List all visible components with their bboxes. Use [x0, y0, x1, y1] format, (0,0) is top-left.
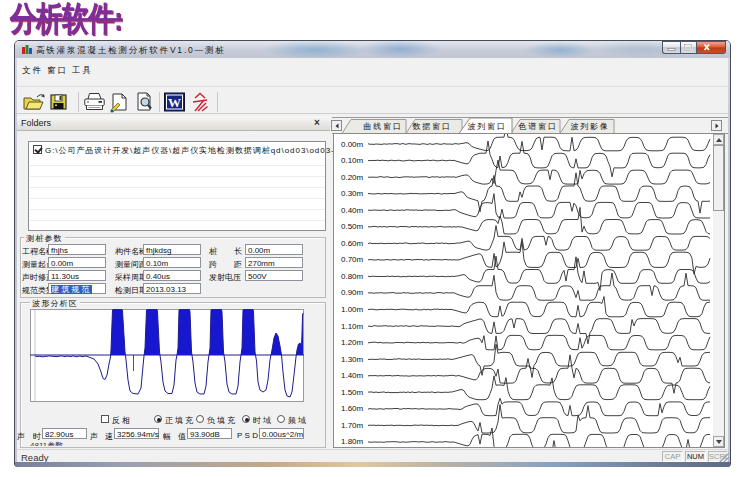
svg-text:W: W — [168, 95, 181, 110]
